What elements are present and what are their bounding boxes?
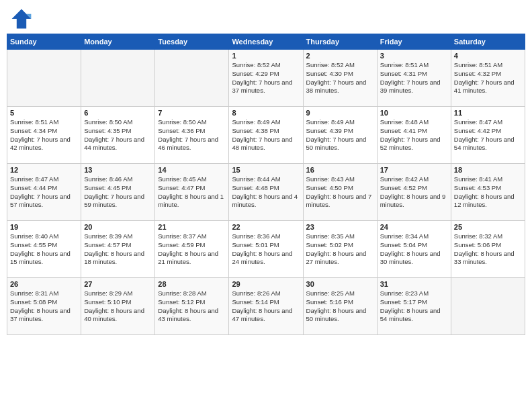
day-number: 19 [10, 223, 78, 231]
day-info: Sunrise: 8:37 AM Sunset: 4:59 PM Dayligh… [158, 232, 226, 267]
calendar-cell: 13Sunrise: 8:46 AM Sunset: 4:45 PM Dayli… [81, 164, 155, 221]
day-info: Sunrise: 8:49 AM Sunset: 4:38 PM Dayligh… [232, 118, 300, 152]
weekday-header-thursday: Thursday [303, 34, 377, 50]
day-number: 22 [232, 223, 300, 231]
day-info: Sunrise: 8:34 AM Sunset: 5:04 PM Dayligh… [380, 232, 448, 267]
day-info: Sunrise: 8:51 AM Sunset: 4:34 PM Dayligh… [10, 118, 78, 152]
day-number: 11 [454, 109, 522, 117]
day-info: Sunrise: 8:41 AM Sunset: 4:53 PM Dayligh… [454, 175, 522, 210]
calendar-cell: 14Sunrise: 8:45 AM Sunset: 4:47 PM Dayli… [155, 164, 229, 221]
weekday-header-tuesday: Tuesday [155, 34, 229, 50]
day-info: Sunrise: 8:51 AM Sunset: 4:31 PM Dayligh… [380, 61, 448, 95]
day-info: Sunrise: 8:47 AM Sunset: 4:42 PM Dayligh… [454, 118, 522, 152]
day-number: 13 [84, 166, 152, 174]
calendar-cell: 20Sunrise: 8:39 AM Sunset: 4:57 PM Dayli… [81, 221, 155, 278]
weekday-header-monday: Monday [81, 34, 155, 50]
weekday-header-row: SundayMondayTuesdayWednesdayThursdayFrid… [7, 34, 525, 50]
day-number: 14 [158, 166, 226, 174]
day-info: Sunrise: 8:49 AM Sunset: 4:39 PM Dayligh… [306, 118, 374, 152]
calendar-cell [81, 50, 155, 107]
calendar-cell: 25Sunrise: 8:32 AM Sunset: 5:06 PM Dayli… [451, 221, 525, 278]
day-info: Sunrise: 8:48 AM Sunset: 4:41 PM Dayligh… [380, 118, 448, 152]
calendar-cell: 11Sunrise: 8:47 AM Sunset: 4:42 PM Dayli… [451, 107, 525, 164]
day-number: 10 [380, 109, 448, 117]
day-number: 6 [84, 109, 152, 117]
day-info: Sunrise: 8:31 AM Sunset: 5:08 PM Dayligh… [10, 289, 78, 324]
day-number: 7 [158, 109, 226, 117]
day-number: 9 [306, 109, 374, 117]
day-number: 5 [10, 109, 78, 117]
day-info: Sunrise: 8:43 AM Sunset: 4:50 PM Dayligh… [306, 175, 374, 210]
calendar-cell [155, 50, 229, 107]
day-number: 1 [232, 52, 300, 60]
page-header [7, 7, 525, 31]
day-info: Sunrise: 8:50 AM Sunset: 4:35 PM Dayligh… [84, 118, 152, 152]
calendar-week-row: 26Sunrise: 8:31 AM Sunset: 5:08 PM Dayli… [7, 278, 525, 335]
day-info: Sunrise: 8:36 AM Sunset: 5:01 PM Dayligh… [232, 232, 300, 267]
calendar-table: SundayMondayTuesdayWednesdayThursdayFrid… [7, 34, 525, 335]
day-info: Sunrise: 8:46 AM Sunset: 4:45 PM Dayligh… [84, 175, 152, 210]
weekday-header-friday: Friday [377, 34, 451, 50]
day-number: 24 [380, 223, 448, 231]
calendar-cell: 9Sunrise: 8:49 AM Sunset: 4:39 PM Daylig… [303, 107, 377, 164]
calendar-cell: 2Sunrise: 8:52 AM Sunset: 4:30 PM Daylig… [303, 50, 377, 107]
calendar-cell: 23Sunrise: 8:35 AM Sunset: 5:02 PM Dayli… [303, 221, 377, 278]
calendar-cell [451, 278, 525, 335]
day-number: 26 [10, 280, 78, 288]
calendar-cell: 12Sunrise: 8:47 AM Sunset: 4:44 PM Dayli… [7, 164, 81, 221]
day-info: Sunrise: 8:32 AM Sunset: 5:06 PM Dayligh… [454, 232, 522, 267]
day-info: Sunrise: 8:44 AM Sunset: 4:48 PM Dayligh… [232, 175, 300, 210]
day-number: 16 [306, 166, 374, 174]
day-number: 2 [306, 52, 374, 60]
day-number: 27 [84, 280, 152, 288]
calendar-cell: 6Sunrise: 8:50 AM Sunset: 4:35 PM Daylig… [81, 107, 155, 164]
day-info: Sunrise: 8:26 AM Sunset: 5:14 PM Dayligh… [232, 289, 300, 324]
day-number: 3 [380, 52, 448, 60]
logo-icon [9, 7, 34, 31]
day-number: 20 [84, 223, 152, 231]
calendar-cell: 1Sunrise: 8:52 AM Sunset: 4:29 PM Daylig… [229, 50, 303, 107]
weekday-header-wednesday: Wednesday [229, 34, 303, 50]
day-number: 8 [232, 109, 300, 117]
day-number: 29 [232, 280, 300, 288]
calendar-cell: 31Sunrise: 8:23 AM Sunset: 5:17 PM Dayli… [377, 278, 451, 335]
day-info: Sunrise: 8:42 AM Sunset: 4:52 PM Dayligh… [380, 175, 448, 210]
logo [9, 7, 36, 31]
calendar-cell: 7Sunrise: 8:50 AM Sunset: 4:36 PM Daylig… [155, 107, 229, 164]
calendar-cell: 29Sunrise: 8:26 AM Sunset: 5:14 PM Dayli… [229, 278, 303, 335]
calendar-cell: 30Sunrise: 8:25 AM Sunset: 5:16 PM Dayli… [303, 278, 377, 335]
day-info: Sunrise: 8:52 AM Sunset: 4:29 PM Dayligh… [232, 61, 300, 95]
calendar-cell: 15Sunrise: 8:44 AM Sunset: 4:48 PM Dayli… [229, 164, 303, 221]
calendar-week-row: 12Sunrise: 8:47 AM Sunset: 4:44 PM Dayli… [7, 164, 525, 221]
day-info: Sunrise: 8:40 AM Sunset: 4:55 PM Dayligh… [10, 232, 78, 267]
calendar-cell: 22Sunrise: 8:36 AM Sunset: 5:01 PM Dayli… [229, 221, 303, 278]
day-number: 17 [380, 166, 448, 174]
calendar-cell: 17Sunrise: 8:42 AM Sunset: 4:52 PM Dayli… [377, 164, 451, 221]
day-info: Sunrise: 8:45 AM Sunset: 4:47 PM Dayligh… [158, 175, 226, 210]
day-number: 31 [380, 280, 448, 288]
day-info: Sunrise: 8:39 AM Sunset: 4:57 PM Dayligh… [84, 232, 152, 267]
calendar-cell: 3Sunrise: 8:51 AM Sunset: 4:31 PM Daylig… [377, 50, 451, 107]
day-info: Sunrise: 8:47 AM Sunset: 4:44 PM Dayligh… [10, 175, 78, 210]
day-number: 23 [306, 223, 374, 231]
calendar-cell: 18Sunrise: 8:41 AM Sunset: 4:53 PM Dayli… [451, 164, 525, 221]
day-info: Sunrise: 8:23 AM Sunset: 5:17 PM Dayligh… [380, 289, 448, 324]
day-number: 12 [10, 166, 78, 174]
day-info: Sunrise: 8:28 AM Sunset: 5:12 PM Dayligh… [158, 289, 226, 324]
calendar-body: 1Sunrise: 8:52 AM Sunset: 4:29 PM Daylig… [7, 50, 525, 335]
calendar-cell: 5Sunrise: 8:51 AM Sunset: 4:34 PM Daylig… [7, 107, 81, 164]
calendar-cell: 4Sunrise: 8:51 AM Sunset: 4:32 PM Daylig… [451, 50, 525, 107]
calendar-cell: 26Sunrise: 8:31 AM Sunset: 5:08 PM Dayli… [7, 278, 81, 335]
calendar-cell: 8Sunrise: 8:49 AM Sunset: 4:38 PM Daylig… [229, 107, 303, 164]
calendar-header: SundayMondayTuesdayWednesdayThursdayFrid… [7, 34, 525, 50]
day-number: 25 [454, 223, 522, 231]
day-number: 21 [158, 223, 226, 231]
weekday-header-saturday: Saturday [451, 34, 525, 50]
calendar-week-row: 1Sunrise: 8:52 AM Sunset: 4:29 PM Daylig… [7, 50, 525, 107]
calendar-cell: 19Sunrise: 8:40 AM Sunset: 4:55 PM Dayli… [7, 221, 81, 278]
day-number: 15 [232, 166, 300, 174]
calendar-week-row: 5Sunrise: 8:51 AM Sunset: 4:34 PM Daylig… [7, 107, 525, 164]
weekday-header-sunday: Sunday [7, 34, 81, 50]
calendar-week-row: 19Sunrise: 8:40 AM Sunset: 4:55 PM Dayli… [7, 221, 525, 278]
day-number: 18 [454, 166, 522, 174]
